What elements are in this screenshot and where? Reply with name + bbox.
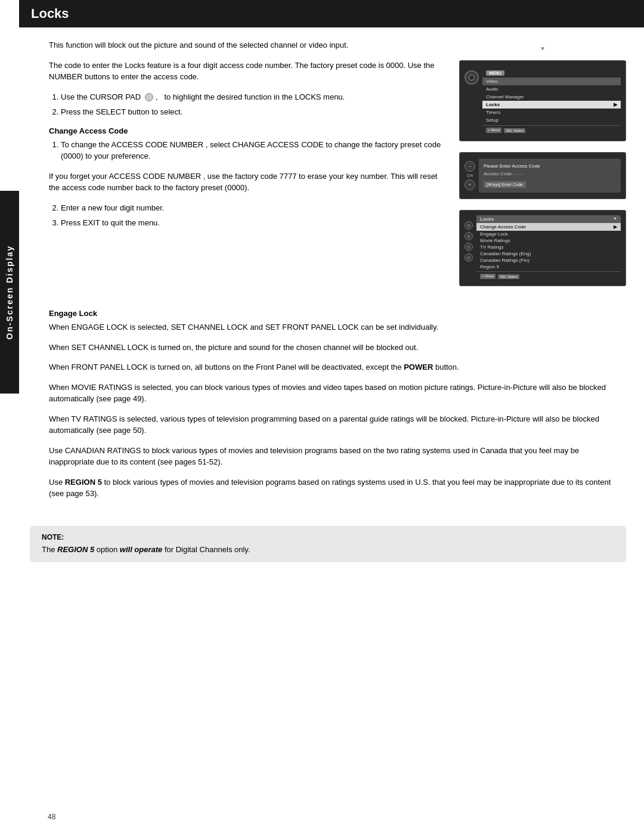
screen3-item-movie: Movie Ratings: [476, 237, 621, 244]
num-0-1: 0: [465, 221, 473, 230]
num-col: 0 0 0 0: [465, 221, 473, 262]
screen3-item-tv: TV Ratings: [476, 244, 621, 250]
region5-para: Use REGION 5 to block various types of m…: [49, 476, 626, 500]
menu-item-locks-active: Locks▶: [482, 101, 621, 109]
change-access-step3: Press EXIT to quit the menu.: [61, 217, 447, 229]
note-label: NOTE:: [42, 533, 614, 541]
screen1-footer: ⟡ Move SEL Select: [482, 125, 621, 135]
side-tab-label: On-Screen Display: [5, 245, 14, 340]
screen3-item-canadian-eng: Canadian Ratings (Eng): [476, 250, 621, 257]
full-content: Engage Lock When ENGAGE LOCK is selected…: [19, 309, 644, 520]
screen2-box: − OR + Please Enter Access Code Access C…: [459, 152, 626, 199]
down-arrow-indicator: ▼: [459, 45, 626, 54]
plus-btn: +: [465, 179, 475, 190]
change-access-steps-2-3: Enter a new four digit number. Press EXI…: [61, 202, 447, 229]
note-text: The REGION 5 option will operate for Dig…: [42, 544, 614, 556]
screen1-box: MENU Video Audio Channel Manager Locks▶ …: [459, 60, 626, 141]
access-code-panel: Please Enter Access Code Access Code - -…: [479, 159, 621, 193]
menu-item-setup: Setup: [482, 116, 621, 124]
change-access-list: To change the ACCESS CODE NUMBER , selec…: [61, 139, 447, 162]
screen3-move-badge: ⟡ Move: [480, 274, 496, 279]
change-access-step2: Enter a new four digit number.: [61, 202, 447, 214]
change-access-heading: Change Access Code: [49, 126, 447, 135]
screen3-title-bar: Locks▼: [476, 215, 621, 223]
engage-lock-heading: Engage Lock: [49, 309, 626, 318]
screen3-menu: Locks▼ Change Access Code▶ Engage Lock M…: [476, 215, 621, 283]
note-box: NOTE: The REGION 5 option will operate f…: [30, 526, 626, 563]
note-region5-italic: REGION 5: [57, 545, 94, 554]
screen3-footer: ⟡ Move SEL Select: [476, 271, 621, 281]
screen3-item-canadian-fm: Canadian Ratings (Fm): [476, 257, 621, 264]
engage-lock-para2: When SET CHANNEL LOCK is turned on, the …: [49, 342, 626, 354]
screen3-layout: 0 0 0 0 Locks▼ Change Access Code▶ Engag…: [460, 210, 626, 286]
change-access-step1: To change the ACCESS CODE NUMBER , selec…: [61, 139, 447, 162]
main-content: This function will block out the picture…: [19, 27, 644, 303]
intro-para1: This function will block out the picture…: [49, 39, 447, 51]
screen3-select-badge: SEL Select: [498, 274, 519, 279]
engage-lock-para3: When FRONT PANEL LOCK is turned on, all …: [49, 361, 626, 373]
side-tab: On-Screen Display: [0, 191, 19, 394]
access-code-dashes: Access Code - - - -: [484, 171, 616, 176]
movie-ratings-para: When MOVIE RATINGS is selected, you can …: [49, 382, 626, 405]
minus-btn: −: [465, 161, 475, 172]
screen3-item-change-active: Change Access Code▶: [476, 223, 621, 231]
page-number: 48: [48, 813, 55, 821]
screen1-menu: MENU Video Audio Channel Manager Locks▶ …: [482, 66, 621, 137]
menu-remote-btn: [465, 70, 479, 85]
change-access-para1: If you forget your ACCESS CODE NUMBER , …: [49, 171, 447, 194]
menu-item-channel-manager: Channel Manager: [482, 93, 621, 101]
menu-label: MENU: [486, 70, 504, 76]
steps-list: Use the CURSOR PAD , to highlight the de…: [61, 91, 447, 118]
page-title: Locks: [31, 6, 69, 21]
or-label: OR: [467, 174, 473, 178]
num-0-4: 0: [465, 253, 473, 262]
note-will-operate-italic: will operate: [120, 545, 163, 554]
access-code-title: Please Enter Access Code: [484, 163, 616, 169]
menu-item-audio: Audio: [482, 85, 621, 93]
left-column: This function will block out the picture…: [49, 39, 447, 291]
select-badge: SEL Select: [504, 128, 525, 133]
canadian-ratings-para: Use CANADIAN RATINGS to block various ty…: [49, 445, 626, 468]
step1: Use the CURSOR PAD , to highlight the de…: [61, 91, 447, 103]
enter-code-btn: [#Keys] Enter Code: [484, 181, 526, 188]
menu-item-timers: Timers: [482, 109, 621, 116]
num-0-2: 0: [465, 232, 473, 240]
menu-item-video: Video: [482, 78, 621, 85]
right-column: ▼ MENU Video Audio Channel Manager: [459, 39, 626, 291]
step2: Press the SELECT button to select.: [61, 106, 447, 118]
engage-lock-para1: When ENGAGE LOCK is selected, SET CHANNE…: [49, 321, 626, 333]
screen3-box: 0 0 0 0 Locks▼ Change Access Code▶ Engag…: [459, 210, 626, 286]
page-header: Locks: [19, 0, 644, 27]
screen3-item-region5: Region 5: [476, 264, 621, 270]
screen2-layout: − OR + Please Enter Access Code Access C…: [460, 153, 626, 199]
screen2-btn-col: − OR +: [465, 161, 475, 190]
num-0-3: 0: [465, 243, 473, 251]
tv-ratings-para: When TV RATINGS is selected, various typ…: [49, 413, 626, 436]
intro-para2: The code to enter the Locks feature is a…: [49, 60, 447, 83]
move-badge: ⟡ Move: [486, 128, 501, 133]
screen3-item-engage: Engage Lock: [476, 231, 621, 237]
